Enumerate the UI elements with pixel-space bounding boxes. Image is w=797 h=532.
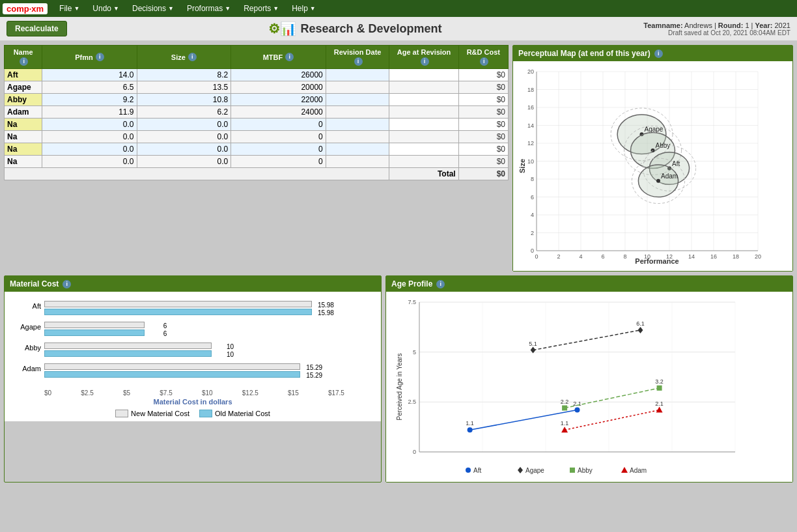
info-cost[interactable]: i xyxy=(480,57,488,66)
input-pfmn-0[interactable] xyxy=(45,70,133,79)
input-pfmn-2[interactable] xyxy=(45,95,133,104)
cell-pfmn-5[interactable] xyxy=(42,131,137,143)
nav-help[interactable]: Help ▼ xyxy=(285,3,322,14)
table-row: Abby$0 xyxy=(5,94,509,106)
input-mtbf-0[interactable] xyxy=(234,70,323,79)
cell-cost-7: $0 xyxy=(458,156,508,168)
info-material[interactable]: i xyxy=(63,280,71,288)
input-size-5[interactable] xyxy=(140,132,229,141)
input-size-4[interactable] xyxy=(140,120,229,129)
table-row: Na$0 xyxy=(5,119,509,131)
svg-text:18: 18 xyxy=(527,87,534,93)
svg-text:2.5: 2.5 xyxy=(408,399,416,405)
input-mtbf-4[interactable] xyxy=(234,120,323,129)
cell-pfmn-0[interactable] xyxy=(42,69,137,81)
cell-revision-5[interactable] xyxy=(326,131,389,143)
th-name: Name i xyxy=(5,46,42,69)
input-pfmn-7[interactable] xyxy=(45,157,133,166)
cell-mtbf-1[interactable] xyxy=(231,81,326,94)
input-mtbf-2[interactable] xyxy=(234,95,323,104)
input-pfmn-6[interactable] xyxy=(45,145,133,154)
cell-revision-1[interactable] xyxy=(326,81,389,94)
table-row: Adam$0 xyxy=(5,106,509,119)
cell-pfmn-7[interactable] xyxy=(42,156,137,168)
nav-decisions[interactable]: Decisions ▼ xyxy=(126,3,180,14)
cell-size-0[interactable] xyxy=(137,69,231,81)
info-age-profile[interactable]: i xyxy=(436,280,445,288)
cell-pfmn-4[interactable] xyxy=(42,119,137,131)
cell-pfmn-1[interactable] xyxy=(42,81,137,94)
nav-undo[interactable]: Undo ▼ xyxy=(86,3,126,14)
info-revision[interactable]: i xyxy=(354,57,363,66)
cell-size-5[interactable] xyxy=(137,131,231,143)
bar-row-adam: Adam15.2915.29 xyxy=(44,363,344,378)
cell-pfmn-2[interactable] xyxy=(42,94,137,106)
info-name[interactable]: i xyxy=(20,57,28,66)
info-size[interactable]: i xyxy=(188,53,197,61)
cell-mtbf-3[interactable] xyxy=(231,106,326,119)
cell-size-1[interactable] xyxy=(137,81,231,94)
cell-mtbf-4[interactable] xyxy=(231,119,326,131)
svg-marker-88 xyxy=(638,327,643,333)
cell-size-7[interactable] xyxy=(137,156,231,168)
info-age[interactable]: i xyxy=(421,57,429,66)
input-size-1[interactable] xyxy=(140,83,229,92)
cell-size-6[interactable] xyxy=(137,143,231,156)
input-pfmn-1[interactable] xyxy=(45,83,133,92)
age-profile-panel: Age Profile i 02.557.5 1.12.15.16.12.23.… xyxy=(385,275,793,483)
svg-point-83 xyxy=(575,408,580,413)
th-revision-date: Revision Date i xyxy=(326,46,389,69)
input-size-6[interactable] xyxy=(140,145,229,154)
recalculate-button[interactable]: Recalculate xyxy=(7,21,67,36)
input-size-0[interactable] xyxy=(140,70,229,79)
new-bar-adam: 15.29 xyxy=(44,363,300,370)
nav-proformas[interactable]: Proformas ▼ xyxy=(180,3,237,14)
cell-pfmn-3[interactable] xyxy=(42,106,137,119)
cell-size-4[interactable] xyxy=(137,119,231,131)
input-size-3[interactable] xyxy=(140,107,229,117)
cell-mtbf-2[interactable] xyxy=(231,94,326,106)
cell-size-2[interactable] xyxy=(137,94,231,106)
input-pfmn-5[interactable] xyxy=(45,132,133,141)
cell-revision-2[interactable] xyxy=(326,94,389,106)
cell-revision-4[interactable] xyxy=(326,119,389,131)
input-mtbf-1[interactable] xyxy=(234,83,323,92)
new-bar-aft: 15.98 xyxy=(44,301,312,307)
info-pfmn[interactable]: i xyxy=(96,53,104,61)
input-mtbf-6[interactable] xyxy=(234,145,323,154)
cell-pfmn-6[interactable] xyxy=(42,143,137,156)
input-pfmn-4[interactable] xyxy=(45,120,133,129)
legend-old-label: Old Material Cost xyxy=(215,410,270,417)
legend-new-box xyxy=(115,410,128,417)
nav-reports[interactable]: Reports ▼ xyxy=(237,3,285,14)
info-mtbf[interactable]: i xyxy=(285,53,294,61)
info-perceptual[interactable]: i xyxy=(654,49,663,58)
cell-age-revision-0 xyxy=(389,69,458,81)
cell-mtbf-5[interactable] xyxy=(231,131,326,143)
input-size-2[interactable] xyxy=(140,95,229,104)
input-mtbf-5[interactable] xyxy=(234,132,323,141)
cell-mtbf-6[interactable] xyxy=(231,143,326,156)
cell-mtbf-0[interactable] xyxy=(231,69,326,81)
cell-revision-6[interactable] xyxy=(326,143,389,156)
nav-file[interactable]: File ▼ xyxy=(53,3,86,14)
table-row: Na$0 xyxy=(5,131,509,143)
x-tick: $5 xyxy=(123,389,130,397)
input-size-7[interactable] xyxy=(140,157,229,166)
cell-revision-7[interactable] xyxy=(326,156,389,168)
svg-text:1.1: 1.1 xyxy=(466,420,474,427)
cell-cost-3: $0 xyxy=(458,106,508,119)
svg-text:1.1: 1.1 xyxy=(561,420,569,427)
svg-text:12: 12 xyxy=(527,140,534,147)
input-mtbf-7[interactable] xyxy=(234,157,323,166)
input-mtbf-3[interactable] xyxy=(234,107,323,117)
input-pfmn-3[interactable] xyxy=(45,107,133,117)
svg-line-90 xyxy=(565,388,660,408)
bar-label-adam: Adam xyxy=(12,365,41,372)
cell-revision-3[interactable] xyxy=(326,106,389,119)
svg-marker-86 xyxy=(531,347,536,354)
cell-size-3[interactable] xyxy=(137,106,231,119)
cell-mtbf-7[interactable] xyxy=(231,156,326,168)
svg-text:2.2: 2.2 xyxy=(561,399,569,405)
cell-revision-0[interactable] xyxy=(326,69,389,81)
